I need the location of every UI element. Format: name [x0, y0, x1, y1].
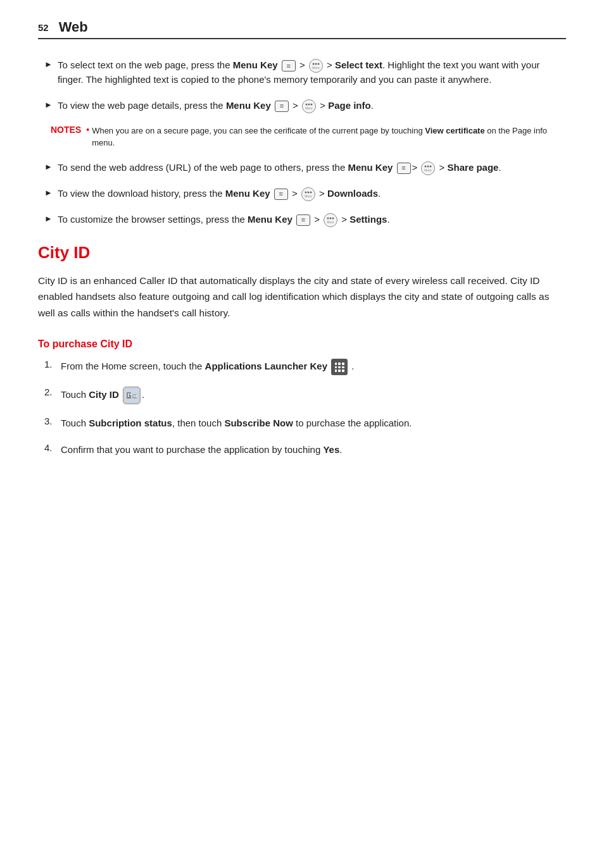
purchase-subsection-heading: To purchase City ID	[38, 338, 566, 350]
city-id-section: City ID City ID is an enhanced Caller ID…	[38, 243, 566, 457]
step-3-number: 3.	[44, 416, 57, 426]
notes-dot: •	[86, 125, 89, 135]
more-icon-5: More	[324, 213, 337, 227]
apps-dot	[338, 363, 341, 365]
apps-launcher-icon	[331, 359, 348, 375]
bullet-arrow: ►	[44, 59, 53, 69]
apps-dot	[335, 366, 337, 369]
bullet-text-share-page: To send the web address (URL) of the web…	[58, 161, 501, 175]
bullet-item-select-text: ► To select text on the web page, press …	[38, 58, 566, 87]
select-text-label: Select text	[335, 59, 382, 70]
step-1-text: From the Home screen, touch the Applicat…	[61, 359, 355, 375]
svg-point-8	[425, 165, 427, 167]
svg-rect-25	[128, 395, 129, 397]
svg-point-18	[332, 217, 334, 219]
apps-grid	[335, 363, 344, 372]
svg-rect-27	[135, 395, 137, 397]
bullet-arrow-4: ►	[44, 188, 53, 197]
more-icon-svg-2: More	[305, 103, 313, 109]
step-1-number: 1.	[44, 359, 57, 369]
svg-text:More: More	[305, 194, 312, 197]
city-id-touch-label: City ID	[89, 389, 119, 400]
svg-point-16	[327, 217, 329, 219]
svg-point-14	[310, 191, 311, 193]
city-id-heading: City ID	[38, 243, 566, 263]
city-id-description: City ID is an enhanced Caller ID that au…	[38, 273, 566, 321]
subscribe-now-label: Subscribe Now	[224, 418, 293, 428]
page-title: Web	[59, 19, 88, 35]
notes-section: NOTES • When you are on a secure page, y…	[51, 125, 566, 149]
step-3-text: Touch Subcription status, then touch Sub…	[61, 416, 412, 430]
settings-label: Settings	[349, 214, 387, 225]
menu-key-icon-4	[274, 189, 288, 200]
more-icon-svg: More	[312, 63, 320, 69]
bullet-arrow-3: ►	[44, 162, 53, 171]
apps-dot	[342, 369, 344, 372]
bullet-arrow-2: ►	[44, 100, 53, 109]
bullet-text-downloads: To view the download history, press the …	[58, 187, 381, 201]
bullet-text-select-text: To select text on the web page, press th…	[58, 58, 566, 87]
step-1: 1. From the Home screen, touch the Appli…	[44, 359, 566, 375]
step-2-number: 2.	[44, 387, 57, 397]
bullet-item-page-info: ► To view the web page details, press th…	[38, 99, 566, 113]
apps-launcher-label: Applications Launcher Key	[205, 361, 327, 371]
bullets-section: ► To select text on the web page, press …	[38, 58, 566, 227]
svg-point-17	[330, 217, 332, 219]
view-certificate-label: View certificate	[425, 126, 484, 135]
step-4-number: 4.	[44, 442, 57, 453]
apps-dot	[338, 366, 341, 369]
svg-text:More: More	[425, 168, 432, 171]
apps-dot	[342, 366, 344, 369]
downloads-label: Downloads	[327, 188, 378, 199]
svg-point-12	[305, 191, 306, 193]
apps-dot	[335, 363, 337, 365]
svg-point-13	[307, 191, 309, 193]
more-icon-4: More	[301, 187, 315, 201]
apps-dot	[335, 369, 337, 372]
more-icon-2: More	[302, 99, 316, 113]
page-number: 52	[38, 22, 49, 33]
svg-rect-26	[134, 395, 135, 397]
bullet-text-settings: To customize the browser settings, press…	[58, 213, 390, 227]
svg-point-5	[308, 103, 310, 105]
more-icon-1: More	[309, 59, 323, 73]
svg-point-10	[430, 165, 432, 167]
svg-rect-24	[130, 394, 131, 395]
notes-label: NOTES	[51, 125, 81, 135]
bullet-item-settings: ► To customize the browser settings, pre…	[38, 213, 566, 227]
step-4: 4. Confirm that you want to purchase the…	[44, 442, 566, 457]
more-icon-svg-4: More	[305, 191, 312, 197]
step-4-text: Confirm that you want to purchase the ap…	[61, 442, 342, 457]
bullet-item-share-page: ► To send the web address (URL) of the w…	[38, 161, 566, 175]
svg-text:More: More	[312, 66, 320, 70]
numbered-steps-list: 1. From the Home screen, touch the Appli…	[38, 359, 566, 457]
bullet-item-downloads: ► To view the download history, press th…	[38, 187, 566, 201]
share-page-label: Share page	[448, 162, 499, 173]
menu-key-icon-3	[397, 163, 411, 174]
bullet-text-page-info: To view the web page details, press the …	[58, 99, 374, 113]
notes-text: When you are on a secure page, you can s…	[92, 125, 566, 149]
apps-dot	[338, 369, 341, 372]
menu-key-icon-5	[296, 214, 310, 226]
page-info-label: Page info	[328, 100, 371, 111]
svg-text:More: More	[305, 106, 313, 109]
menu-key-label-2: Menu Key	[226, 100, 271, 111]
more-icon-svg-5: More	[327, 217, 334, 223]
step-2-text: Touch City ID .	[61, 387, 144, 404]
svg-point-9	[427, 165, 429, 167]
page-container: 52 Web ► To select text on the web page,…	[0, 0, 604, 868]
svg-point-1	[315, 63, 317, 65]
city-id-app-svg	[125, 388, 139, 402]
menu-key-label-3: Menu Key	[348, 162, 393, 173]
step-2: 2. Touch City ID	[44, 387, 566, 404]
city-id-app-icon	[123, 387, 141, 404]
page-header: 52 Web	[38, 19, 566, 39]
menu-key-label-5: Menu Key	[248, 214, 293, 225]
yes-label: Yes	[323, 444, 339, 455]
menu-key-label: Menu Key	[233, 59, 278, 70]
more-icon-svg-3: More	[424, 165, 432, 171]
apps-dot	[342, 363, 344, 365]
svg-point-4	[306, 103, 308, 105]
menu-key-icon	[282, 60, 296, 71]
subscription-status-label: Subcription status	[89, 418, 172, 428]
